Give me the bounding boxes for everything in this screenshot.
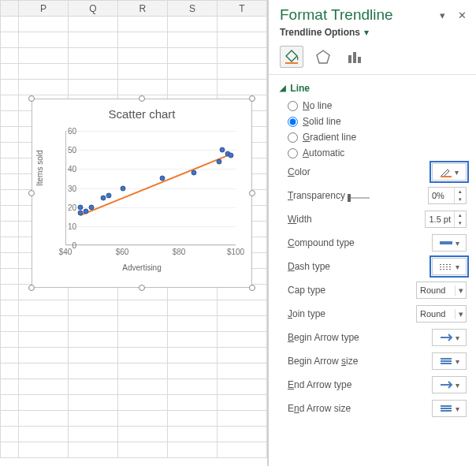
spin-down-icon[interactable]: ▾ — [455, 196, 466, 203]
cell[interactable] — [117, 395, 167, 411]
cell[interactable] — [18, 442, 68, 458]
cell[interactable] — [117, 32, 167, 48]
cell[interactable] — [117, 64, 167, 80]
data-point[interactable] — [220, 147, 225, 153]
spin-up-icon[interactable]: ▴ — [455, 211, 466, 219]
column-header[interactable]: S — [167, 1, 217, 17]
cell[interactable] — [18, 379, 68, 395]
column-header[interactable]: T — [217, 1, 266, 17]
cell[interactable] — [167, 379, 217, 395]
cell[interactable] — [18, 80, 68, 95]
cell[interactable] — [68, 348, 117, 363]
cell[interactable] — [18, 427, 68, 442]
cell[interactable] — [217, 395, 266, 411]
dash-type-button[interactable]: ▾ — [432, 258, 467, 275]
cell[interactable] — [217, 64, 266, 80]
tab-effects[interactable] — [311, 46, 335, 68]
cell[interactable] — [117, 80, 167, 95]
cell[interactable] — [68, 363, 117, 379]
cell[interactable] — [68, 411, 117, 427]
data-point[interactable] — [160, 176, 165, 181]
cell[interactable] — [68, 300, 117, 316]
tab-trendline-options[interactable] — [343, 46, 366, 68]
cell[interactable] — [18, 411, 68, 427]
line-section-header[interactable]: ◢ Line — [280, 83, 467, 94]
cell[interactable] — [117, 442, 167, 458]
cell[interactable] — [217, 411, 266, 427]
data-point[interactable] — [228, 153, 233, 158]
cell[interactable] — [117, 363, 167, 379]
cell[interactable] — [167, 442, 217, 458]
spin-down-icon[interactable]: ▾ — [455, 219, 466, 227]
radio-solid-line[interactable]: Solid line — [288, 116, 467, 127]
cell[interactable] — [167, 363, 217, 379]
cell[interactable] — [217, 442, 266, 458]
cell[interactable] — [117, 300, 167, 316]
cell[interactable] — [117, 348, 167, 363]
tab-fill-line[interactable] — [280, 46, 303, 68]
cell[interactable] — [18, 332, 68, 348]
cell[interactable] — [117, 411, 167, 427]
cell[interactable] — [18, 32, 68, 48]
cell[interactable] — [18, 300, 68, 316]
cell[interactable] — [68, 427, 117, 442]
cell[interactable] — [217, 48, 266, 64]
cell[interactable] — [167, 411, 217, 427]
cell[interactable] — [18, 316, 68, 332]
cell[interactable] — [117, 316, 167, 332]
cell[interactable] — [18, 48, 68, 64]
cell[interactable] — [217, 17, 266, 32]
embedded-chart[interactable]: Scatter chart Items sold Advertising 010… — [32, 99, 252, 288]
cell[interactable] — [167, 427, 217, 442]
cell[interactable] — [68, 379, 117, 395]
cell[interactable] — [217, 427, 266, 442]
cell[interactable] — [217, 348, 266, 363]
cell[interactable] — [217, 379, 266, 395]
cell[interactable] — [217, 316, 266, 332]
radio-automatic[interactable]: Automatic — [288, 147, 467, 158]
radio-no-line[interactable]: No line — [288, 100, 467, 111]
cell[interactable] — [167, 332, 217, 348]
pane-options-dropdown-icon[interactable]: ▾ — [440, 9, 445, 21]
column-header[interactable]: R — [117, 1, 167, 17]
cell[interactable] — [117, 332, 167, 348]
begin-arrow-type-button[interactable]: ▾ — [432, 329, 467, 346]
cell[interactable] — [117, 17, 167, 32]
chart-y-axis-label[interactable]: Items sold — [35, 150, 44, 186]
cell[interactable] — [167, 48, 217, 64]
cell[interactable] — [18, 17, 68, 32]
cell[interactable] — [68, 17, 117, 32]
cell[interactable] — [217, 363, 266, 379]
column-header[interactable]: Q — [68, 1, 117, 17]
worksheet-grid[interactable]: PQRST Scatter chart Items sold Advertisi… — [0, 0, 268, 466]
spin-up-icon[interactable]: ▴ — [455, 188, 466, 196]
cell[interactable] — [68, 332, 117, 348]
data-point[interactable] — [100, 195, 106, 200]
data-point[interactable] — [84, 208, 89, 214]
cell[interactable] — [68, 395, 117, 411]
cell[interactable] — [167, 348, 217, 363]
data-point[interactable] — [78, 204, 84, 210]
cell[interactable] — [18, 64, 68, 80]
cell[interactable] — [217, 80, 266, 95]
trendline-options-header[interactable]: Trendline Options ▾ — [280, 27, 467, 38]
cell[interactable] — [18, 395, 68, 411]
cell[interactable] — [117, 379, 167, 395]
width-input[interactable]: 1.5 pt ▴▾ — [425, 211, 467, 228]
cell[interactable] — [167, 300, 217, 316]
cell[interactable] — [217, 32, 266, 48]
cell[interactable] — [68, 48, 117, 64]
compound-type-button[interactable]: ▾ — [432, 234, 467, 252]
join-type-select[interactable]: Round ▾ — [416, 305, 467, 322]
cell[interactable] — [68, 32, 117, 48]
chart-title[interactable]: Scatter chart — [32, 107, 251, 121]
cell[interactable] — [167, 32, 217, 48]
cell[interactable] — [167, 17, 217, 32]
cell[interactable] — [167, 395, 217, 411]
cell[interactable] — [117, 48, 167, 64]
transparency-input[interactable]: 0% ▴▾ — [428, 187, 467, 204]
data-point[interactable] — [89, 204, 95, 210]
cell[interactable] — [167, 64, 217, 80]
color-picker-button[interactable]: ▾ — [432, 163, 467, 181]
cell[interactable] — [68, 80, 117, 95]
